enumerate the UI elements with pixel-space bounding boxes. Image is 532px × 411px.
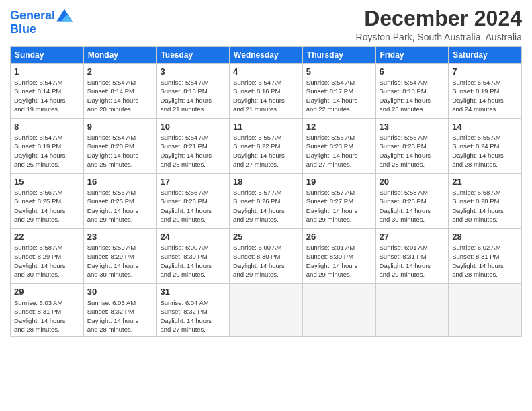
day-info: Sunrise: 6:01 AM Sunset: 8:31 PM Dayligh… <box>380 243 445 279</box>
day-info: Sunrise: 5:54 AM Sunset: 8:16 PM Dayligh… <box>233 78 299 113</box>
day-info: Sunrise: 6:00 AM Sunset: 8:30 PM Dayligh… <box>233 243 299 279</box>
table-row: 22Sunrise: 5:58 AM Sunset: 8:29 PM Dayli… <box>11 229 84 284</box>
day-info: Sunrise: 5:54 AM Sunset: 8:14 PM Dayligh… <box>87 78 153 113</box>
table-row: 10Sunrise: 5:54 AM Sunset: 8:21 PM Dayli… <box>157 119 230 174</box>
day-number: 24 <box>160 232 226 242</box>
table-row: 28Sunrise: 6:02 AM Sunset: 8:31 PM Dayli… <box>449 229 522 284</box>
logo-icon <box>56 9 73 22</box>
day-number: 10 <box>160 122 226 132</box>
day-info: Sunrise: 6:03 AM Sunset: 8:32 PM Dayligh… <box>87 298 153 334</box>
header-thursday: Thursday <box>302 47 375 64</box>
day-info: Sunrise: 5:54 AM Sunset: 8:14 PM Dayligh… <box>14 78 80 113</box>
day-number: 20 <box>380 177 445 187</box>
day-info: Sunrise: 6:01 AM Sunset: 8:30 PM Dayligh… <box>306 243 372 279</box>
day-number: 19 <box>306 177 372 187</box>
header-monday: Monday <box>83 47 157 64</box>
table-row: 15Sunrise: 5:56 AM Sunset: 8:25 PM Dayli… <box>11 174 84 229</box>
day-info: Sunrise: 5:57 AM Sunset: 8:26 PM Dayligh… <box>233 188 299 224</box>
day-number: 2 <box>87 66 153 77</box>
day-info: Sunrise: 6:04 AM Sunset: 8:32 PM Dayligh… <box>160 298 226 334</box>
table-row: 6Sunrise: 5:54 AM Sunset: 8:18 PM Daylig… <box>375 64 449 119</box>
title-section: December 2024 Royston Park, South Austra… <box>356 7 522 42</box>
day-info: Sunrise: 5:54 AM Sunset: 8:21 PM Dayligh… <box>160 133 226 169</box>
table-row: 27Sunrise: 6:01 AM Sunset: 8:31 PM Dayli… <box>375 229 449 284</box>
table-row: 31Sunrise: 6:04 AM Sunset: 8:32 PM Dayli… <box>157 284 230 337</box>
header-tuesday: Tuesday <box>157 47 230 64</box>
table-row: 16Sunrise: 5:56 AM Sunset: 8:25 PM Dayli… <box>83 174 157 229</box>
table-row: 19Sunrise: 5:57 AM Sunset: 8:27 PM Dayli… <box>302 174 375 229</box>
day-number: 31 <box>160 287 226 297</box>
day-number: 18 <box>233 177 299 187</box>
table-row <box>302 284 375 337</box>
day-number: 27 <box>380 232 445 242</box>
day-info: Sunrise: 5:54 AM Sunset: 8:20 PM Dayligh… <box>87 133 153 169</box>
day-number: 28 <box>452 232 518 242</box>
header-saturday: Saturday <box>449 47 522 64</box>
table-row: 7Sunrise: 5:54 AM Sunset: 8:19 PM Daylig… <box>449 64 522 119</box>
day-number: 25 <box>233 232 299 242</box>
table-row: 3Sunrise: 5:54 AM Sunset: 8:15 PM Daylig… <box>157 64 230 119</box>
day-number: 26 <box>306 232 372 242</box>
day-number: 4 <box>233 66 299 77</box>
day-info: Sunrise: 5:55 AM Sunset: 8:24 PM Dayligh… <box>452 133 518 169</box>
location-subtitle: Royston Park, South Australia, Australia <box>356 32 522 42</box>
day-info: Sunrise: 5:54 AM Sunset: 8:15 PM Dayligh… <box>160 78 226 113</box>
day-info: Sunrise: 5:54 AM Sunset: 8:18 PM Dayligh… <box>380 78 445 113</box>
day-number: 29 <box>14 287 80 297</box>
table-row: 14Sunrise: 5:55 AM Sunset: 8:24 PM Dayli… <box>449 119 522 174</box>
day-info: Sunrise: 5:54 AM Sunset: 8:17 PM Dayligh… <box>306 78 372 113</box>
logo: General Blue <box>10 9 73 36</box>
day-info: Sunrise: 5:58 AM Sunset: 8:28 PM Dayligh… <box>380 188 445 224</box>
table-row: 4Sunrise: 5:54 AM Sunset: 8:16 PM Daylig… <box>230 64 303 119</box>
header-wednesday: Wednesday <box>230 47 303 64</box>
day-number: 11 <box>233 122 299 132</box>
day-info: Sunrise: 5:54 AM Sunset: 8:19 PM Dayligh… <box>452 78 518 113</box>
day-number: 6 <box>380 66 445 77</box>
table-row <box>449 284 522 337</box>
day-info: Sunrise: 6:02 AM Sunset: 8:31 PM Dayligh… <box>452 243 518 279</box>
table-row: 13Sunrise: 5:55 AM Sunset: 8:23 PM Dayli… <box>375 119 449 174</box>
day-number: 22 <box>14 232 80 242</box>
table-row: 25Sunrise: 6:00 AM Sunset: 8:30 PM Dayli… <box>230 229 303 284</box>
day-info: Sunrise: 5:55 AM Sunset: 8:23 PM Dayligh… <box>306 133 372 169</box>
day-number: 7 <box>452 66 518 77</box>
day-number: 21 <box>452 177 518 187</box>
page-header: General Blue December 2024 Royston Park,… <box>10 7 522 42</box>
table-row: 17Sunrise: 5:56 AM Sunset: 8:26 PM Dayli… <box>157 174 230 229</box>
table-row: 12Sunrise: 5:55 AM Sunset: 8:23 PM Dayli… <box>302 119 375 174</box>
day-number: 3 <box>160 66 226 77</box>
month-title: December 2024 <box>356 7 522 30</box>
table-row: 9Sunrise: 5:54 AM Sunset: 8:20 PM Daylig… <box>83 119 157 174</box>
header-sunday: Sunday <box>11 47 84 64</box>
calendar-table: SundayMondayTuesdayWednesdayThursdayFrid… <box>10 46 522 337</box>
table-row: 18Sunrise: 5:57 AM Sunset: 8:26 PM Dayli… <box>230 174 303 229</box>
header-friday: Friday <box>375 47 449 64</box>
day-info: Sunrise: 6:03 AM Sunset: 8:31 PM Dayligh… <box>14 298 80 334</box>
logo-text2: Blue <box>10 23 73 36</box>
day-info: Sunrise: 5:56 AM Sunset: 8:26 PM Dayligh… <box>160 188 226 224</box>
day-info: Sunrise: 5:56 AM Sunset: 8:25 PM Dayligh… <box>14 188 80 224</box>
day-info: Sunrise: 5:55 AM Sunset: 8:22 PM Dayligh… <box>233 133 299 169</box>
day-number: 16 <box>87 177 153 187</box>
day-number: 14 <box>452 122 518 132</box>
day-number: 8 <box>14 122 80 132</box>
day-number: 12 <box>306 122 372 132</box>
table-row <box>230 284 303 337</box>
calendar-header-row: SundayMondayTuesdayWednesdayThursdayFrid… <box>11 47 522 64</box>
table-row: 8Sunrise: 5:54 AM Sunset: 8:19 PM Daylig… <box>11 119 84 174</box>
table-row: 11Sunrise: 5:55 AM Sunset: 8:22 PM Dayli… <box>230 119 303 174</box>
table-row: 23Sunrise: 5:59 AM Sunset: 8:29 PM Dayli… <box>83 229 157 284</box>
day-info: Sunrise: 6:00 AM Sunset: 8:30 PM Dayligh… <box>160 243 226 279</box>
table-row: 26Sunrise: 6:01 AM Sunset: 8:30 PM Dayli… <box>302 229 375 284</box>
day-number: 1 <box>14 66 80 77</box>
day-number: 30 <box>87 287 153 297</box>
day-number: 23 <box>87 232 153 242</box>
table-row: 5Sunrise: 5:54 AM Sunset: 8:17 PM Daylig… <box>302 64 375 119</box>
day-info: Sunrise: 5:59 AM Sunset: 8:29 PM Dayligh… <box>87 243 153 279</box>
table-row: 24Sunrise: 6:00 AM Sunset: 8:30 PM Dayli… <box>157 229 230 284</box>
day-info: Sunrise: 5:54 AM Sunset: 8:19 PM Dayligh… <box>14 133 80 169</box>
day-number: 13 <box>380 122 445 132</box>
table-row: 2Sunrise: 5:54 AM Sunset: 8:14 PM Daylig… <box>83 64 157 119</box>
day-info: Sunrise: 5:58 AM Sunset: 8:29 PM Dayligh… <box>14 243 80 279</box>
day-number: 9 <box>87 122 153 132</box>
